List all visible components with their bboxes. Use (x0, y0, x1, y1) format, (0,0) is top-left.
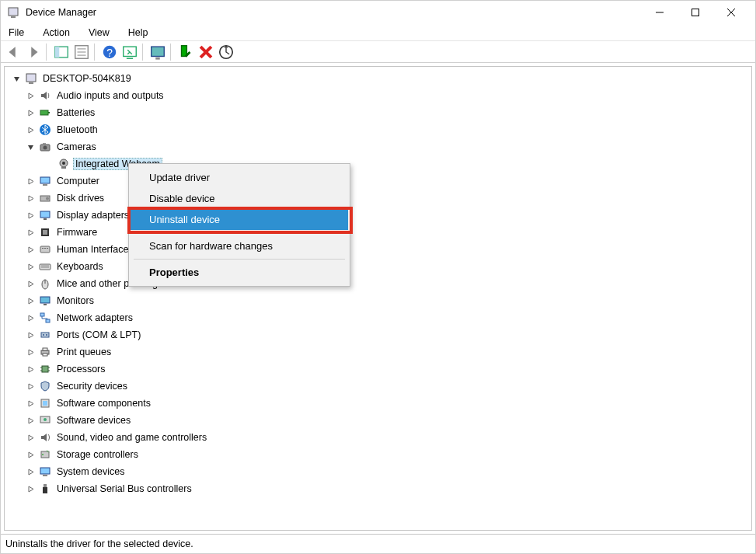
tree-item-label: Processors (54, 363, 108, 375)
tree-category-6[interactable]: Display adapters (11, 207, 751, 224)
expand-icon[interactable] (25, 466, 36, 477)
svg-rect-42 (44, 248, 46, 249)
expand-icon[interactable] (25, 193, 36, 204)
tree-category-14[interactable]: Print queues (11, 343, 751, 361)
context-menu-item-disable-device[interactable]: Disable device (131, 188, 348, 209)
expand-icon[interactable] (25, 398, 36, 409)
expand-icon[interactable] (25, 364, 36, 375)
tree-category-12[interactable]: Network adapters (11, 309, 751, 326)
update-driver-button[interactable] (148, 44, 167, 61)
tree-category-1[interactable]: Batteries (11, 104, 751, 121)
context-menu-separator (134, 232, 345, 233)
mouse-icon (39, 277, 51, 290)
tree-item-label: System devices (54, 465, 127, 478)
tree-category-7[interactable]: Firmware (11, 224, 751, 241)
menu-file[interactable]: File (5, 26, 27, 40)
expand-icon[interactable] (25, 278, 36, 289)
tree-category-2[interactable]: Bluetooth (11, 121, 751, 138)
forward-button[interactable] (24, 44, 43, 61)
expand-icon[interactable] (25, 107, 36, 118)
collapse-icon[interactable] (11, 73, 22, 84)
tree-item-label: Monitors (54, 294, 96, 307)
titlebar: Device Manager (1, 1, 755, 24)
tree-category-20[interactable]: Storage controllers (11, 446, 751, 463)
svg-rect-24 (48, 112, 50, 113)
expand-icon[interactable] (25, 329, 36, 340)
expand-icon[interactable] (25, 90, 36, 101)
tree-category-0[interactable]: Audio inputs and outputs (11, 87, 751, 104)
computer-icon (39, 175, 51, 187)
context-menu-item-properties[interactable]: Properties (131, 262, 348, 283)
firmware-icon (39, 226, 51, 239)
camera-icon (39, 141, 51, 153)
network-icon (39, 312, 51, 324)
svg-rect-49 (40, 297, 50, 303)
expand-icon[interactable] (25, 347, 36, 357)
svg-point-55 (46, 334, 47, 336)
close-button[interactable] (713, 1, 749, 24)
tree-category-10[interactable]: Mice and other pointing devices (11, 275, 751, 292)
tree-category-13[interactable]: Ports (COM & LPT) (11, 326, 751, 343)
tree-category-22[interactable]: Universal Serial Bus controllers (11, 480, 751, 497)
tree-category-21[interactable]: System devices (11, 463, 751, 480)
help-button[interactable]: ? (100, 44, 119, 61)
expand-icon[interactable] (25, 176, 36, 186)
collapse-icon[interactable] (25, 141, 36, 152)
expand-icon (44, 159, 54, 169)
statusbar: Uninstalls the driver for the selected d… (1, 534, 755, 553)
context-menu-item-uninstall-device[interactable]: Uninstall device (131, 209, 348, 230)
uninstall-device-button[interactable] (197, 44, 215, 61)
context-menu-item-update-driver[interactable]: Update driver (131, 167, 348, 188)
expand-icon[interactable] (25, 483, 36, 494)
expand-icon[interactable] (25, 449, 36, 460)
context-menu-item-scan-for-hardware-changes[interactable]: Scan for hardware changes (131, 235, 348, 256)
window-controls (642, 1, 749, 24)
app-icon (7, 6, 19, 19)
expand-icon[interactable] (25, 295, 36, 306)
context-menu: Update driverDisable deviceUninstall dev… (128, 163, 350, 287)
expand-icon[interactable] (25, 124, 36, 135)
bluetooth-icon (39, 124, 51, 136)
tree-category-3[interactable]: Cameras (11, 138, 751, 155)
show-hide-console-button[interactable] (52, 44, 71, 61)
scan-for-changes-button[interactable] (217, 44, 235, 61)
svg-rect-72 (44, 484, 47, 487)
tree-pane: DESKTOP-504K819Audio inputs and outputsB… (1, 63, 755, 534)
tree-category-15[interactable]: Processors (11, 361, 751, 378)
tree-root[interactable]: DESKTOP-504K819 (11, 70, 751, 87)
display-icon (39, 209, 51, 221)
scan-hardware-button[interactable] (120, 44, 139, 61)
properties-button[interactable] (72, 44, 91, 61)
tree-category-4[interactable]: Computer (11, 172, 751, 190)
tree-category-19[interactable]: Sound, video and game controllers (11, 429, 751, 446)
maximize-button[interactable] (678, 1, 713, 24)
menu-action[interactable]: Action (40, 26, 73, 40)
usb-icon (39, 483, 51, 495)
expand-icon[interactable] (25, 432, 36, 443)
printer-icon (39, 346, 51, 358)
tree-category-18[interactable]: Software devices (11, 412, 751, 429)
tree-category-11[interactable]: Monitors (11, 292, 751, 309)
expand-icon[interactable] (25, 261, 36, 272)
expand-icon[interactable] (25, 312, 36, 323)
menu-view[interactable]: View (85, 26, 113, 40)
menu-help[interactable]: Help (125, 26, 152, 40)
tree-category-9[interactable]: Keyboards (11, 258, 751, 275)
expand-icon[interactable] (25, 415, 36, 426)
expand-icon[interactable] (25, 244, 36, 255)
back-button[interactable] (4, 44, 23, 61)
expand-icon[interactable] (25, 210, 36, 221)
tree-item-label: Batteries (54, 106, 97, 119)
tree-category-17[interactable]: Software components (11, 395, 751, 412)
tree-device-3-0[interactable]: Integrated Webcam (11, 155, 751, 172)
expand-icon[interactable] (25, 227, 36, 238)
tree-category-8[interactable]: Human Interface Devices (11, 241, 751, 258)
tree-category-16[interactable]: Security devices (11, 378, 751, 395)
tree-item-label: Security devices (54, 380, 130, 392)
enable-device-button[interactable] (176, 44, 195, 61)
svg-rect-40 (40, 246, 50, 253)
expand-icon[interactable] (25, 381, 36, 392)
svg-rect-1 (11, 16, 16, 18)
tree-category-5[interactable]: Disk drives (11, 190, 751, 207)
minimize-button[interactable] (642, 1, 678, 24)
